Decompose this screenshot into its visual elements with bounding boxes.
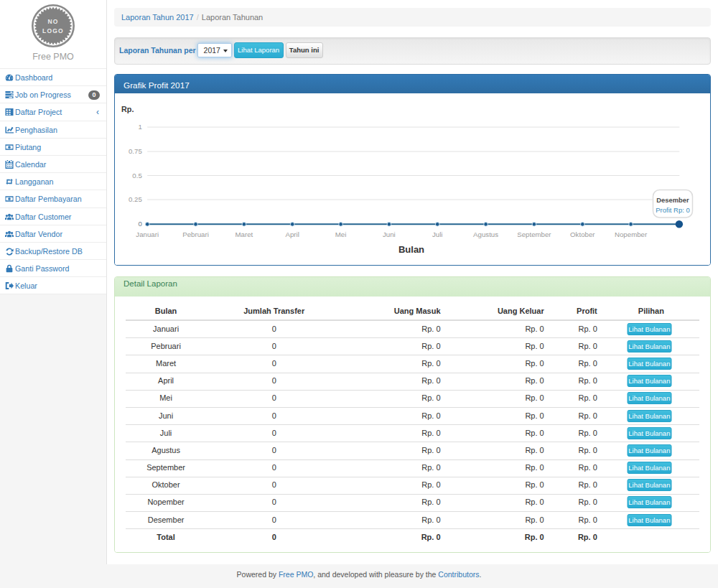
- svg-text:Pebruari: Pebruari: [182, 230, 209, 238]
- svg-text:Agustus: Agustus: [473, 230, 498, 238]
- svg-text:Mei: Mei: [335, 230, 347, 238]
- svg-text:April: April: [286, 230, 299, 238]
- svg-text:NO: NO: [47, 18, 58, 25]
- svg-text:0.5: 0.5: [132, 172, 141, 179]
- svg-text:Desember: Desember: [656, 196, 689, 204]
- svg-text:Rp.: Rp.: [121, 105, 134, 113]
- svg-text:Maret: Maret: [236, 230, 253, 238]
- svg-text:Oktober: Oktober: [570, 230, 595, 238]
- svg-text:Bulan: Bulan: [398, 244, 424, 255]
- svg-text:Profit Rp: 0: Profit Rp: 0: [656, 206, 690, 214]
- svg-text:Juli: Juli: [432, 230, 443, 238]
- svg-text:Nopember: Nopember: [615, 230, 648, 238]
- svg-text:0.75: 0.75: [129, 147, 142, 155]
- svg-text:0: 0: [138, 220, 142, 228]
- svg-text:LOGO: LOGO: [42, 27, 64, 34]
- svg-text:Juni: Juni: [383, 230, 396, 238]
- svg-text:Januari: Januari: [136, 230, 159, 238]
- svg-text:0.25: 0.25: [129, 195, 142, 203]
- svg-text:1: 1: [138, 123, 141, 131]
- svg-text:September: September: [517, 230, 551, 238]
